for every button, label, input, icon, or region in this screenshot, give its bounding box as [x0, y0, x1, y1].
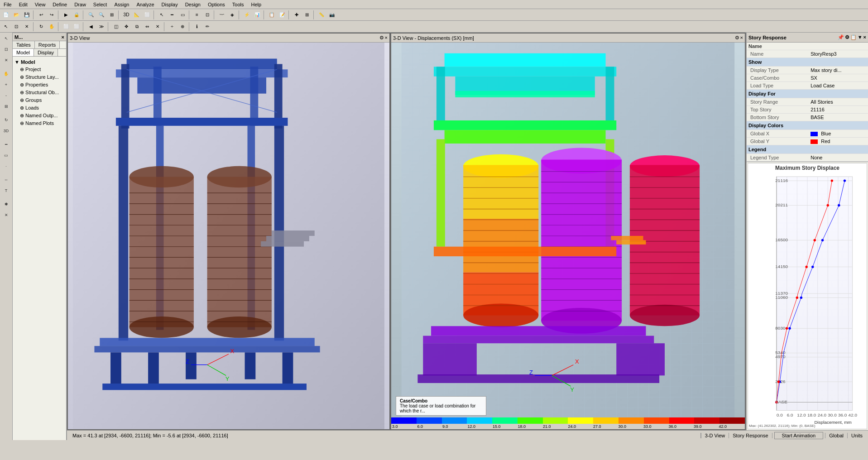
- tool-pointer[interactable]: ↖: [1, 34, 11, 43]
- tool-draw-frame[interactable]: ━: [1, 139, 11, 149]
- tab-tables[interactable]: Tables: [13, 41, 35, 48]
- assign-frame-btn[interactable]: ≡: [192, 10, 202, 20]
- sr-pin-icon[interactable]: 📌: [838, 34, 844, 40]
- menu-options[interactable]: Options: [204, 1, 229, 8]
- rotate-btn[interactable]: ↻: [36, 22, 46, 32]
- move-btn[interactable]: ✥: [121, 22, 131, 32]
- elev-view-btn[interactable]: ⬜: [142, 10, 152, 20]
- menu-define[interactable]: Define: [49, 1, 71, 8]
- tree-model-root[interactable]: ▼ Model: [13, 58, 66, 66]
- plan-view-btn[interactable]: 📐: [132, 10, 142, 20]
- edit-btn[interactable]: ✏: [202, 22, 212, 32]
- 3d-view-btn[interactable]: 3D: [121, 10, 131, 20]
- select-all-btn[interactable]: ⬜: [61, 22, 71, 32]
- menu-help[interactable]: Help: [248, 1, 265, 8]
- tree-groups[interactable]: ⊕ Groups: [13, 96, 66, 104]
- camera-btn[interactable]: 📷: [327, 10, 337, 20]
- zoom-fit-btn[interactable]: ⊞: [107, 10, 117, 20]
- redo-btn[interactable]: ↪: [47, 10, 57, 20]
- get-more-btn[interactable]: ≫: [96, 22, 106, 32]
- tool-pan[interactable]: ✋: [1, 69, 11, 79]
- copy-btn[interactable]: ⧉: [132, 22, 142, 32]
- open-btn[interactable]: 📂: [11, 10, 21, 20]
- tab-model[interactable]: Model: [13, 49, 34, 56]
- tree-structure-lay[interactable]: ⊕ Structure Lay...: [13, 73, 66, 81]
- menu-assign[interactable]: Assign: [110, 1, 133, 8]
- tree-structural-ob[interactable]: ⊕ Structural Ob...: [13, 89, 66, 96]
- lock-btn[interactable]: 🔒: [72, 10, 82, 20]
- view-left-close[interactable]: ×: [385, 35, 388, 41]
- tree-named-outp[interactable]: ⊕ Named Outp...: [13, 112, 66, 120]
- run-btn[interactable]: ▶: [61, 10, 71, 20]
- zoom-in-btn[interactable]: 🔍: [86, 10, 96, 20]
- tool-clear[interactable]: ✕: [1, 210, 11, 220]
- analysis-btn[interactable]: ⚡: [242, 10, 252, 20]
- sr-table-icon[interactable]: 📋: [850, 34, 857, 40]
- draw-area-btn[interactable]: ▭: [177, 10, 187, 20]
- tab-reports[interactable]: Reports: [35, 41, 60, 48]
- sr-more-icon[interactable]: ▼: [858, 34, 863, 40]
- measure-btn[interactable]: 📏: [317, 10, 326, 20]
- view-left-settings[interactable]: ⚙: [379, 35, 384, 41]
- draw-frame-btn[interactable]: ━: [167, 10, 177, 20]
- view-right-close[interactable]: ×: [740, 35, 743, 41]
- tab-display[interactable]: Display: [34, 49, 58, 56]
- tool-draw-area[interactable]: ▭: [1, 150, 11, 160]
- menu-file[interactable]: File: [0, 1, 15, 8]
- tree-loads[interactable]: ⊕ Loads: [13, 104, 66, 112]
- tree-properties[interactable]: ⊕ Properties: [13, 81, 66, 89]
- report-btn[interactable]: 📝: [277, 10, 287, 20]
- menu-design[interactable]: Design: [182, 1, 204, 8]
- menu-select[interactable]: Select: [90, 1, 111, 8]
- delete-btn[interactable]: ✕: [153, 22, 163, 32]
- menu-tools[interactable]: Tools: [229, 1, 248, 8]
- pan-btn[interactable]: ✋: [47, 22, 57, 32]
- undo-btn[interactable]: ↩: [36, 10, 46, 20]
- grid-btn[interactable]: ⊞: [302, 10, 312, 20]
- extrude-btn[interactable]: ◫: [111, 22, 121, 32]
- statusbar-3d-view[interactable]: 3-D View: [701, 433, 729, 438]
- menu-display[interactable]: Display: [158, 1, 182, 8]
- intersect-btn[interactable]: ✕: [22, 22, 32, 32]
- display-deform-btn[interactable]: 〰: [217, 10, 227, 20]
- menu-draw[interactable]: Draw: [71, 1, 90, 8]
- tool-zoom-fit[interactable]: ⊞: [1, 101, 11, 111]
- rubber-band-btn[interactable]: ⊡: [11, 22, 21, 32]
- tool-zoom-out[interactable]: -: [1, 91, 11, 101]
- pointer-btn[interactable]: ↖: [1, 22, 11, 32]
- tool-zoom-in[interactable]: +: [1, 80, 11, 90]
- select-btn[interactable]: ↖: [157, 10, 167, 20]
- sr-close-icon[interactable]: ×: [863, 34, 866, 40]
- table-btn[interactable]: 📋: [267, 10, 277, 20]
- clear-sel-btn[interactable]: ⬜: [72, 22, 82, 32]
- assign-area-btn[interactable]: ⊡: [202, 10, 212, 20]
- snap-btn[interactable]: ✚: [292, 10, 302, 20]
- design-btn[interactable]: 📊: [252, 10, 262, 20]
- property-btn[interactable]: ℹ: [192, 22, 202, 32]
- model-panel-close[interactable]: ×: [62, 34, 64, 40]
- tool-rotate[interactable]: ↻: [1, 115, 11, 125]
- start-animation-btn[interactable]: Start Animation: [774, 432, 824, 439]
- tool-intersect[interactable]: ✕: [1, 55, 11, 65]
- display-force-btn[interactable]: ◈: [227, 10, 237, 20]
- statusbar-story-response[interactable]: Story Response: [729, 433, 772, 438]
- sr-settings-icon[interactable]: ⚙: [845, 34, 849, 40]
- menu-view[interactable]: View: [31, 1, 49, 8]
- divide-btn[interactable]: ÷: [167, 22, 177, 32]
- get-prev-sel-btn[interactable]: ◀: [86, 22, 96, 32]
- tree-named-plots[interactable]: ⊕ Named Plots: [13, 120, 66, 127]
- new-btn[interactable]: 📄: [1, 10, 11, 20]
- tool-text[interactable]: T: [1, 186, 11, 196]
- view-right-settings[interactable]: ⚙: [735, 35, 739, 41]
- save-btn[interactable]: 💾: [22, 10, 32, 20]
- merge-btn[interactable]: ⊕: [177, 22, 187, 32]
- zoom-out-btn[interactable]: 🔍: [96, 10, 106, 20]
- tool-rubber[interactable]: ⊡: [1, 44, 11, 54]
- tree-project[interactable]: ⊕ Project: [13, 66, 66, 73]
- tool-draw-pt[interactable]: ·: [1, 161, 11, 171]
- mirror-btn[interactable]: ⇔: [142, 22, 152, 32]
- menu-edit[interactable]: Edit: [15, 1, 31, 8]
- tool-set-default[interactable]: ✱: [1, 199, 11, 209]
- menu-analyze[interactable]: Analyze: [133, 1, 158, 8]
- tool-dimension[interactable]: ↔: [1, 175, 11, 185]
